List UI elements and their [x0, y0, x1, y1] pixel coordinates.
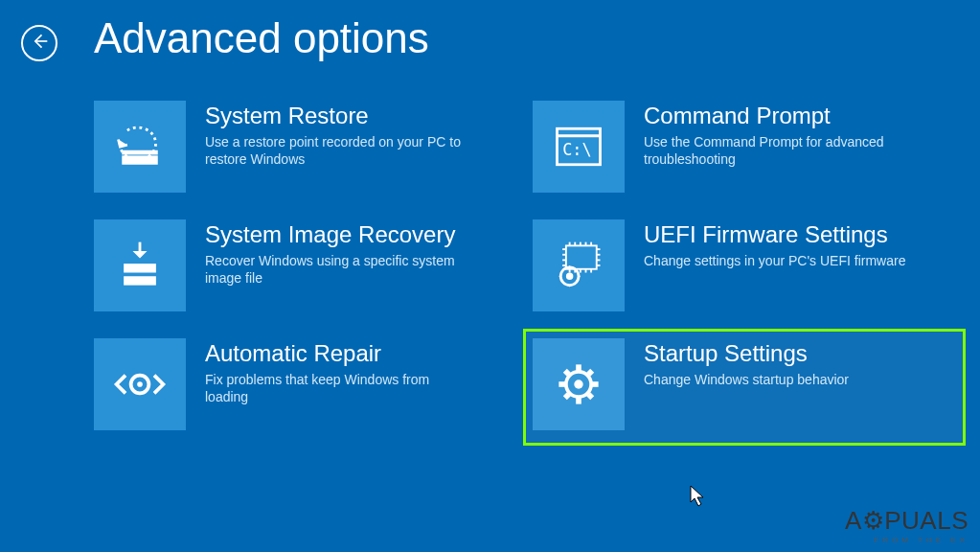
- option-title: Startup Settings: [644, 340, 849, 367]
- svg-rect-36: [591, 381, 599, 387]
- option-command-prompt[interactable]: C:\ Command Prompt Use the Command Promp…: [533, 101, 925, 193]
- option-desc: Change settings in your PC's UEFI firmwa…: [644, 252, 905, 270]
- back-button[interactable]: [21, 25, 57, 61]
- command-prompt-icon: C:\: [533, 101, 625, 193]
- option-startup-settings[interactable]: Startup Settings Change Windows startup …: [533, 338, 925, 430]
- cursor-icon: [690, 485, 707, 512]
- page-title: Advanced options: [94, 14, 429, 62]
- svg-rect-35: [558, 381, 566, 387]
- option-desc: Use a restore point recorded on your PC …: [205, 133, 473, 170]
- system-restore-icon: [94, 101, 186, 193]
- watermark-sub: FROM THE EX: [845, 536, 969, 544]
- option-automatic-repair[interactable]: Automatic Repair Fix problems that keep …: [94, 338, 487, 430]
- svg-point-32: [574, 380, 582, 388]
- option-title: System Image Recovery: [205, 221, 473, 248]
- option-desc: Recover Windows using a specific system …: [205, 252, 473, 288]
- watermark: A⚙PUALS FROM THE EX: [845, 506, 969, 544]
- svg-rect-7: [124, 276, 156, 285]
- svg-point-30: [137, 381, 143, 387]
- watermark-logo: A⚙PUALS: [845, 506, 969, 536]
- system-image-recovery-icon: [94, 219, 186, 311]
- option-title: UEFI Firmware Settings: [644, 221, 905, 248]
- svg-text:C:\: C:\: [562, 140, 591, 159]
- option-desc: Use the Command Prompt for advanced trou…: [644, 133, 912, 170]
- option-desc: Change Windows startup behavior: [644, 371, 849, 389]
- svg-rect-1: [122, 155, 158, 164]
- option-title: Command Prompt: [644, 103, 912, 129]
- option-system-image-recovery[interactable]: System Image Recovery Recover Windows us…: [94, 219, 487, 311]
- svg-rect-2: [122, 150, 158, 155]
- option-title: Automatic Repair: [205, 340, 473, 367]
- automatic-repair-icon: [94, 338, 186, 430]
- back-arrow-icon: [30, 32, 49, 55]
- uefi-firmware-icon: [533, 219, 625, 311]
- svg-point-28: [567, 273, 573, 279]
- svg-rect-34: [576, 397, 581, 404]
- svg-rect-33: [576, 364, 581, 372]
- option-title: System Restore: [205, 103, 473, 129]
- startup-settings-icon: [533, 338, 625, 430]
- option-desc: Fix problems that keep Windows from load…: [205, 371, 473, 407]
- option-system-restore[interactable]: System Restore Use a restore point recor…: [94, 101, 487, 193]
- svg-rect-8: [566, 245, 597, 268]
- option-uefi-firmware[interactable]: UEFI Firmware Settings Change settings i…: [533, 219, 925, 311]
- svg-rect-6: [124, 264, 156, 272]
